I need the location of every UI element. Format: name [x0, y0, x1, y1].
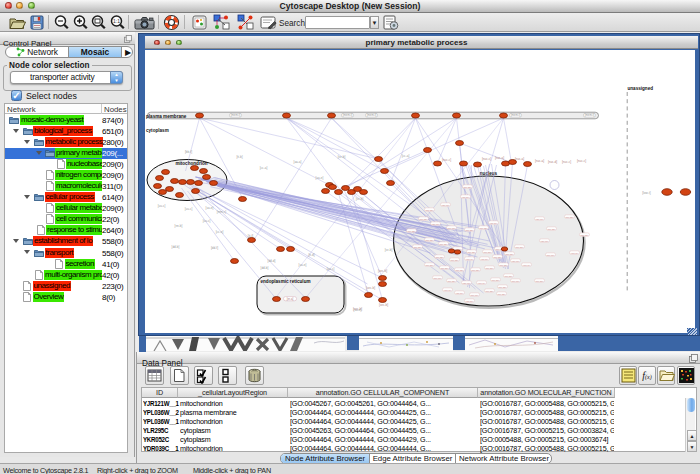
svg-text:[nu-ic]: [nu-ic]	[466, 258, 473, 261]
svg-text:[nu-bc]: [nu-bc]	[441, 267, 449, 270]
svg-text:[sec-b]: [sec-b]	[366, 286, 375, 290]
svg-text:[nu-fc]: [nu-fc]	[481, 258, 488, 261]
svg-text:[nu-ec]: [nu-ec]	[471, 294, 479, 297]
svg-text:[uu-e]: [uu-e]	[316, 176, 324, 180]
svg-text:[nu-ec]: [nu-ec]	[512, 280, 520, 283]
svg-text:[nuc-c]: [nuc-c]	[482, 157, 491, 161]
svg-text:[tt-b]: [tt-b]	[236, 155, 242, 159]
svg-text:[low-t]: [low-t]	[642, 191, 651, 195]
svg-text:f(x): f(x)	[642, 370, 651, 381]
svg-text:[nu-gc]: [nu-gc]	[548, 228, 556, 231]
svg-text:[sec-b]: [sec-b]	[379, 303, 388, 307]
svg-text:[bb-f]: [bb-f]	[185, 150, 192, 154]
svg-text:[nu-dc]: [nu-dc]	[566, 216, 574, 219]
svg-text:[nu-hc]: [nu-hc]	[472, 269, 480, 272]
svg-text:[nu-ic]: [nu-ic]	[523, 264, 530, 267]
svg-text:[cc-a]: [cc-a]	[260, 166, 268, 170]
svg-text:[nu-dc]: [nu-dc]	[448, 280, 456, 283]
svg-text:[nu-bc]: [nu-bc]	[484, 251, 492, 254]
svg-text:[mem-t]: [mem-t]	[585, 113, 595, 117]
svg-text:[nu-cc]: [nu-cc]	[512, 260, 520, 263]
svg-text:cytoplasm: cytoplasm	[146, 128, 169, 133]
svg-text:[dd-f]: [dd-f]	[211, 246, 218, 250]
svg-text:[nu-cc]: [nu-cc]	[442, 204, 450, 207]
svg-text:[nu-bc]: [nu-bc]	[426, 264, 434, 267]
svg-text:[dd-d]: [dd-d]	[268, 259, 276, 263]
svg-text:[mem-t]: [mem-t]	[367, 113, 377, 117]
svg-text:[nu-dc]: [nu-dc]	[500, 264, 508, 267]
svg-text:[nu-ic]: [nu-ic]	[571, 252, 578, 255]
svg-text:[nu-dc]: [nu-dc]	[408, 230, 416, 233]
svg-text:[uu-c]: [uu-c]	[185, 207, 193, 211]
svg-text:[aa-a]: [aa-a]	[294, 160, 302, 164]
svg-text:[nu-cc]: [nu-cc]	[432, 223, 440, 226]
svg-text:[cc-e]: [cc-e]	[216, 230, 224, 234]
svg-text:[nu-dc]: [nu-dc]	[420, 218, 428, 221]
svg-text:[vv-b]: [vv-b]	[356, 197, 364, 201]
svg-text:[nu-cc]: [nu-cc]	[541, 240, 549, 243]
svg-text:mitochondrion: mitochondrion	[175, 161, 207, 166]
svg-text:[tt-d]: [tt-d]	[308, 253, 314, 257]
svg-text:[uu-c]: [uu-c]	[203, 219, 211, 223]
svg-text:plasma membrane: plasma membrane	[146, 114, 187, 119]
svg-text:[nu-ac]: [nu-ac]	[456, 269, 464, 272]
svg-text:[mem-t]: [mem-t]	[343, 113, 353, 117]
svg-text:[nu-hc]: [nu-hc]	[506, 253, 514, 256]
svg-text:[uu-e]: [uu-e]	[206, 206, 214, 210]
svg-text:[er-a]: [er-a]	[287, 297, 294, 301]
svg-text:[nu-hc]: [nu-hc]	[494, 256, 502, 259]
svg-text:[mem-t]: [mem-t]	[511, 113, 521, 117]
svg-text:[nuc-d]: [nuc-d]	[548, 160, 557, 164]
svg-text:[sec-b]: [sec-b]	[353, 307, 362, 311]
svg-text:[uu-c]: [uu-c]	[158, 204, 166, 208]
svg-text:[vv-b]: [vv-b]	[338, 155, 346, 159]
svg-text:[nu-dc]: [nu-dc]	[468, 251, 476, 254]
svg-text:[nu-gc]: [nu-gc]	[486, 290, 494, 293]
svg-text:[nu-gc]: [nu-gc]	[466, 229, 474, 232]
svg-text:[nuc-c]: [nuc-c]	[442, 158, 451, 162]
svg-text:[nu-ic]: [nu-ic]	[478, 282, 485, 285]
svg-text:[uu-e]: [uu-e]	[299, 263, 307, 267]
svg-text:[nu-ac]: [nu-ac]	[480, 227, 488, 230]
svg-text:[nu-bc]: [nu-bc]	[536, 280, 544, 283]
svg-text:[cc-a]: [cc-a]	[402, 154, 410, 158]
svg-text:[nu-bc]: [nu-bc]	[505, 275, 513, 278]
svg-text:[nu-cc]: [nu-cc]	[536, 218, 544, 221]
svg-text:[nuc-a]: [nuc-a]	[535, 159, 544, 163]
svg-text:[nuc-a]: [nuc-a]	[495, 156, 504, 160]
svg-text:[nu-bc]: [nu-bc]	[492, 279, 500, 282]
svg-text:[nu-dc]: [nu-dc]	[436, 256, 444, 259]
svg-text:[nu-ic]: [nu-ic]	[444, 289, 451, 292]
svg-text:[mem-t]: [mem-t]	[231, 113, 241, 117]
svg-text:[nu-fc]: [nu-fc]	[466, 300, 473, 303]
svg-text:[dd-b]: [dd-b]	[261, 266, 269, 270]
svg-text:1:1: 1:1	[113, 18, 120, 24]
svg-text:[sec-b]: [sec-b]	[378, 269, 387, 273]
svg-text:[nu-ec]: [nu-ec]	[434, 277, 442, 280]
svg-text:[nu-gc]: [nu-gc]	[499, 286, 507, 289]
svg-text:[nu-ac]: [nu-ac]	[581, 234, 589, 237]
svg-text:[nu-bc]: [nu-bc]	[516, 246, 524, 249]
svg-text:[nu-ec]: [nu-ec]	[448, 227, 456, 230]
svg-text:[nu-dc]: [nu-dc]	[451, 259, 459, 262]
svg-text:[aa-c]: [aa-c]	[327, 267, 335, 271]
svg-text:[nu-gc]: [nu-gc]	[464, 186, 472, 189]
svg-text:[nu-dc]: [nu-dc]	[440, 243, 448, 246]
svg-text:[nn-b]: [nn-b]	[175, 224, 183, 228]
svg-text:unassigned: unassigned	[628, 86, 654, 91]
svg-text:[mm-c]: [mm-c]	[217, 210, 227, 214]
svg-text:[nu-fc]: [nu-fc]	[490, 222, 497, 225]
svg-text:[nu-ec]: [nu-ec]	[547, 254, 555, 257]
svg-text:[nu-cc]: [nu-cc]	[463, 282, 471, 285]
svg-text:[nu-fc]: [nu-fc]	[462, 196, 469, 199]
svg-text:[nu-bc]: [nu-bc]	[486, 267, 494, 270]
svg-text:[dd-b]: [dd-b]	[172, 245, 180, 249]
svg-text:[nuc-c]: [nuc-c]	[562, 160, 571, 164]
svg-text:[nu-fc]: [nu-fc]	[456, 292, 463, 295]
svg-text:[nu-ac]: [nu-ac]	[426, 209, 434, 212]
svg-text:[vv-b]: [vv-b]	[385, 248, 393, 252]
svg-text:[nu-dc]: [nu-dc]	[426, 239, 434, 242]
svg-text:[nuc-c]: [nuc-c]	[577, 159, 586, 163]
svg-text:endoplasmic reticulum: endoplasmic reticulum	[261, 279, 311, 284]
svg-text:[nu-hc]: [nu-hc]	[414, 246, 422, 249]
